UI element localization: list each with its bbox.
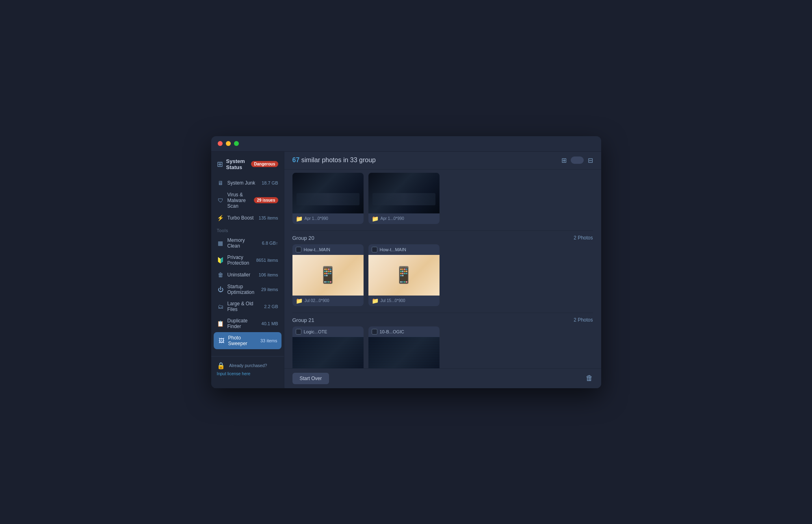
dark-elec-thumb (368, 337, 440, 368)
photo-card: 📁 Apr 1...0*990 (292, 173, 364, 224)
photo-count: 67 (292, 157, 300, 163)
grid-view-button[interactable]: ⊞ (561, 157, 567, 164)
sidebar-item-value: 40.1 MB (262, 321, 278, 326)
photo-checkbox[interactable] (372, 329, 377, 335)
photo-thumbnail[interactable] (368, 255, 440, 296)
purchase-text: Already purchased? (229, 363, 267, 368)
issues-badge: 29 issues (254, 197, 278, 203)
sidebar-item-label: Memory Clean (227, 237, 259, 249)
group-label: Group 21 (292, 317, 314, 323)
photo-footer: 📁 Apr 1...0*990 (292, 213, 364, 224)
photo-thumbnail[interactable] (292, 255, 364, 296)
scroll-area[interactable]: 📁 Apr 1...0*990 📁 Apr 1...0*990 (284, 170, 601, 368)
sidebar-item-label: Startup Optimization (227, 284, 258, 295)
photo-date: Apr 1...0*990 (381, 216, 404, 221)
titlebar (211, 136, 601, 152)
group-21-photos: Logic...OTE 10-B...OGIC (284, 326, 601, 368)
sidebar-item-label: System Junk (227, 180, 259, 186)
photo-sweeper-icon: 🖼 (218, 337, 225, 344)
photo-checkbox[interactable] (296, 329, 301, 335)
photo-name: How-t...MAIN (380, 247, 406, 252)
folder-icon: 📁 (296, 298, 303, 304)
photo-footer: 📁 Jul 02...0*900 (292, 296, 364, 306)
sidebar-item-value: 33 items (260, 338, 277, 343)
sidebar-item-label: Duplicate Finder (227, 318, 258, 329)
photo-thumbnail[interactable] (368, 337, 440, 368)
group-20-header: Group 20 2 Photos (284, 231, 601, 244)
sidebar-item-startup-optimization[interactable]: ⏻ Startup Optimization 29 items (211, 281, 284, 298)
sidebar-item-uninstaller[interactable]: 🗑 Uninstaller 106 items (211, 269, 284, 281)
memory-clean-icon: ▦ (217, 240, 224, 246)
group-label: Group 20 (292, 235, 314, 241)
group-count: 2 Photos (574, 235, 593, 241)
photo-card-top: 10-B...OGIC (368, 326, 440, 337)
minimize-button[interactable] (226, 141, 231, 146)
photo-footer: 📁 Apr 1...0*990 (368, 213, 440, 224)
sidebar-item-privacy-protection[interactable]: 🔰 Privacy Protection 8651 items (211, 252, 284, 269)
sidebar-item-turbo-boost[interactable]: ⚡ Turbo Boost 135 items (211, 212, 284, 224)
sidebar-item-photo-sweeper[interactable]: 🖼 Photo Sweeper 33 items (214, 332, 281, 349)
phone-thumb (368, 255, 440, 296)
photo-card-top: How-t...MAIN (292, 244, 364, 255)
photo-thumbnail[interactable] (292, 337, 364, 368)
sidebar-item-value: 29 items (261, 287, 278, 292)
main-content: 67 similar photos in 33 group ⊞ ⊟ (284, 152, 601, 388)
traffic-lights (218, 141, 239, 146)
photo-thumbnail (368, 173, 440, 213)
main-layout: ⊞ System Status Dangerous 🖥 System Junk … (211, 152, 601, 388)
maximize-button[interactable] (234, 141, 239, 146)
sidebar-item-value: 135 items (259, 215, 278, 220)
photo-card: 📁 Apr 1...0*990 (368, 173, 440, 224)
photo-card-top: How-t...MAIN (368, 244, 440, 255)
sidebar-item-label: Uninstaller (227, 272, 256, 278)
sidebar-item-label: Turbo Boost (227, 215, 256, 221)
dark-car-thumb (368, 173, 440, 213)
photo-card-top: Logic...OTE (292, 326, 364, 337)
photo-checkbox[interactable] (296, 247, 301, 252)
start-over-button[interactable]: Start Over (292, 373, 329, 384)
virus-scan-icon: 🛡 (217, 197, 224, 204)
status-badge-danger: Dangerous (251, 161, 278, 167)
sidebar: ⊞ System Status Dangerous 🖥 System Junk … (211, 152, 284, 388)
system-junk-icon: 🖥 (217, 180, 224, 186)
toggle-switch[interactable] (571, 157, 584, 164)
photo-date: Jul 02...0*900 (305, 298, 329, 303)
photo-name: Logic...OTE (304, 329, 327, 334)
startup-optimization-icon: ⏻ (217, 286, 224, 293)
photo-checkbox[interactable] (372, 247, 377, 252)
bottom-bar: Start Over 🗑 (284, 368, 601, 388)
photo-card: Logic...OTE (292, 326, 364, 368)
dark-car-thumb (292, 173, 364, 213)
folder-icon: 📁 (372, 298, 379, 304)
dark-elec-thumb (292, 337, 364, 368)
photo-name: How-t...MAIN (304, 247, 330, 252)
duplicate-finder-icon: 📋 (217, 320, 224, 327)
sidebar-item-value: 106 items (259, 272, 278, 277)
group-21-header: Group 21 2 Photos (284, 313, 601, 326)
photo-date: Apr 1...0*990 (305, 216, 328, 221)
phone-thumb (292, 255, 364, 296)
trash-button[interactable]: 🗑 (586, 374, 593, 383)
license-link[interactable]: Input license here (217, 371, 251, 376)
photo-thumbnail (292, 173, 364, 213)
content-title: 67 similar photos in 33 group (292, 157, 376, 164)
group-top-photos: 📁 Apr 1...0*990 📁 Apr 1...0*990 (284, 170, 601, 230)
folder-icon: 📁 (296, 215, 303, 222)
sidebar-item-large-old-files[interactable]: 🗂 Large & Old Files 2.2 GB (211, 298, 284, 315)
sidebar-item-value: 6.8 GB↑ (262, 241, 278, 246)
sidebar-item-value: 2.2 GB (264, 304, 278, 309)
sidebar-item-memory-clean[interactable]: ▦ Memory Clean 6.8 GB↑ (211, 235, 284, 252)
uninstaller-icon: 🗑 (217, 272, 224, 278)
app-window: ⊞ System Status Dangerous 🖥 System Junk … (211, 136, 601, 388)
compare-view-button[interactable]: ⊟ (588, 157, 593, 164)
close-button[interactable] (218, 141, 223, 146)
sidebar-item-system-junk[interactable]: 🖥 System Junk 18.7 GB (211, 177, 284, 189)
content-description: similar photos in 33 group (301, 157, 376, 163)
photo-card: How-t...MAIN 📁 Jul 02...0*900 (292, 244, 364, 306)
folder-icon: 📁 (372, 215, 379, 222)
app-logo-icon: ⊞ (217, 160, 223, 169)
sidebar-item-duplicate-finder[interactable]: 📋 Duplicate Finder 40.1 MB (211, 315, 284, 332)
sidebar-item-virus-malware[interactable]: 🛡 Virus & Malware Scan 29 issues (211, 189, 284, 212)
sidebar-section-items: 🖥 System Junk 18.7 GB 🛡 Virus & Malware … (211, 177, 284, 357)
photo-footer: 📁 Jul 15...0*900 (368, 296, 440, 306)
